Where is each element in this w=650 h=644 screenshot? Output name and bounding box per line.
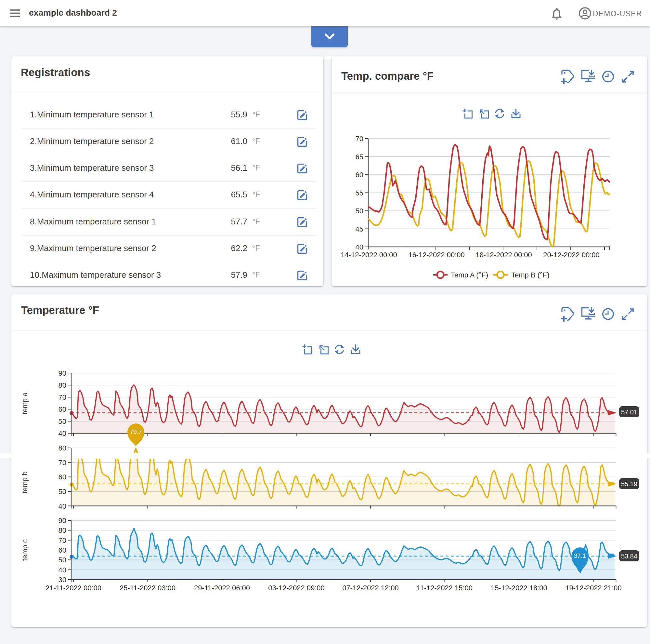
svg-text:80: 80 — [59, 526, 66, 534]
svg-text:19-12-2022 21:00: 19-12-2022 21:00 — [565, 584, 622, 592]
svg-text:55: 55 — [356, 189, 363, 197]
svg-text:15-12-2022 18:00: 15-12-2022 18:00 — [491, 584, 547, 592]
svg-text:50: 50 — [59, 487, 66, 496]
svg-text:70: 70 — [59, 459, 66, 467]
svg-text:60: 60 — [59, 473, 66, 481]
svg-text:60: 60 — [59, 405, 66, 413]
svg-text:57.01: 57.01 — [621, 408, 637, 416]
svg-text:40: 40 — [356, 243, 363, 251]
svg-text:30: 30 — [59, 576, 66, 584]
svg-text:21-11-2022 00:00: 21-11-2022 00:00 — [45, 584, 101, 592]
svg-text:80: 80 — [59, 444, 66, 452]
svg-text:80: 80 — [59, 381, 66, 389]
svg-text:53.84: 53.84 — [621, 553, 637, 560]
svg-text:14-12-2022 00:00: 14-12-2022 00:00 — [340, 251, 397, 259]
svg-text:40: 40 — [59, 566, 66, 574]
svg-text:60: 60 — [356, 171, 363, 179]
svg-text:45: 45 — [356, 225, 363, 233]
svg-text:65: 65 — [356, 153, 363, 161]
svg-text:11-12-2022 15:00: 11-12-2022 15:00 — [417, 584, 473, 592]
svg-text:16-12-2022 00:00: 16-12-2022 00:00 — [408, 251, 465, 259]
svg-text:temp b: temp b — [21, 471, 29, 493]
svg-text:Temp B (°F): Temp B (°F) — [511, 271, 550, 279]
svg-text:55.19: 55.19 — [621, 480, 637, 487]
svg-text:25-11-2022 03:00: 25-11-2022 03:00 — [119, 584, 176, 592]
svg-text:temp a: temp a — [21, 392, 29, 414]
svg-text:40: 40 — [59, 429, 66, 437]
svg-text:90: 90 — [59, 369, 66, 377]
svg-text:20-12-2022 00:00: 20-12-2022 00:00 — [543, 251, 600, 259]
svg-text:37.1: 37.1 — [574, 552, 586, 559]
svg-text:70: 70 — [59, 393, 66, 401]
svg-text:79.7: 79.7 — [130, 428, 142, 435]
svg-text:60: 60 — [59, 546, 66, 554]
svg-text:50: 50 — [59, 556, 66, 564]
svg-text:29-11-2022 06:00: 29-11-2022 06:00 — [194, 584, 250, 592]
svg-text:Temperature °F: Temperature °F — [21, 304, 99, 316]
svg-text:03-12-2022 09:00: 03-12-2022 09:00 — [268, 584, 325, 592]
svg-text:Temp. compare °F: Temp. compare °F — [341, 70, 434, 82]
svg-text:50: 50 — [356, 207, 363, 215]
svg-text:18-12-2022 00:00: 18-12-2022 00:00 — [475, 251, 532, 259]
svg-text:temp c: temp c — [21, 539, 29, 561]
svg-text:Temp A (°F): Temp A (°F) — [451, 271, 488, 279]
svg-text:07-12-2022 12:00: 07-12-2022 12:00 — [342, 584, 399, 592]
svg-text:40: 40 — [59, 502, 66, 510]
svg-text:50: 50 — [59, 417, 66, 426]
svg-text:90: 90 — [59, 516, 66, 524]
svg-text:70: 70 — [356, 135, 363, 143]
svg-text:70: 70 — [59, 536, 66, 544]
